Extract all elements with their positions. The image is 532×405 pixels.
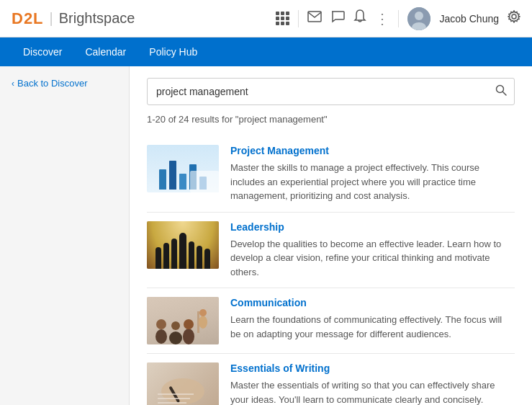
back-to-discover-link[interactable]: ‹ Back to Discover — [12, 78, 117, 89]
svg-point-9 — [169, 331, 182, 344]
bell-icon[interactable] — [353, 9, 366, 27]
thumbnail-communication — [147, 297, 219, 344]
logo-d2l: D2L — [12, 9, 44, 28]
results-count: 1-20 of 24 results for "project manageme… — [147, 114, 515, 125]
logo-brightspace: Brightspace — [59, 10, 135, 27]
header-right: ⋮ Jacob Chung — [276, 7, 520, 30]
result-title-communication[interactable]: Communication — [230, 297, 515, 308]
svg-point-4 — [512, 14, 516, 19]
result-desc-communication: Learn the foundations of communicating e… — [230, 313, 515, 341]
thumbnail-project-management — [147, 145, 219, 192]
svg-point-16 — [161, 378, 204, 404]
sidebar: ‹ Back to Discover — [0, 66, 130, 405]
result-text-writing: Essentials of Writing Master the essenti… — [230, 362, 515, 405]
back-to-discover-label: Back to Discover — [17, 78, 88, 89]
svg-point-12 — [184, 319, 194, 329]
result-item: Essentials of Writing Master the essenti… — [147, 354, 515, 405]
content: 1-20 of 24 results for "project manageme… — [130, 66, 532, 405]
header: D2L | Brightspace — [0, 0, 532, 37]
svg-point-14 — [199, 316, 207, 329]
thumbnail-leadership — [147, 221, 219, 269]
username: Jacob Chung — [439, 13, 499, 25]
search-icon — [495, 84, 507, 96]
svg-point-15 — [199, 309, 207, 316]
nav-calendar[interactable]: Calendar — [73, 37, 137, 66]
mail-icon[interactable] — [307, 11, 322, 26]
result-text-communication: Communication Learn the foundations of c… — [230, 297, 515, 341]
svg-point-7 — [155, 329, 167, 344]
result-title-writing[interactable]: Essentials of Writing — [230, 362, 515, 374]
header-divider — [298, 10, 299, 27]
results-query: "project management" — [235, 114, 328, 125]
search-button[interactable] — [488, 79, 514, 104]
result-desc-leadership: Develop the qualities to become an effec… — [230, 237, 515, 280]
search-bar — [147, 78, 515, 105]
svg-point-10 — [171, 321, 180, 330]
result-item: Communication Learn the foundations of c… — [147, 288, 515, 354]
result-item: Project Management Master the skills to … — [147, 136, 515, 213]
settings-icon[interactable] — [508, 10, 520, 27]
result-title-leadership[interactable]: Leadership — [230, 221, 515, 233]
result-item: Leadership Develop the qualities to beco… — [147, 213, 515, 289]
result-text-leadership: Leadership Develop the qualities to beco… — [230, 221, 515, 280]
svg-point-11 — [183, 329, 194, 344]
chat-icon[interactable] — [330, 10, 345, 27]
header-divider-2 — [398, 10, 399, 27]
navbar: Discover Calendar Policy Hub — [0, 37, 532, 66]
results-summary-start: 1-20 of 24 results for — [147, 114, 235, 125]
result-title-project-management[interactable]: Project Management — [230, 145, 515, 156]
search-input[interactable] — [148, 80, 488, 103]
thumbnail-writing — [147, 362, 219, 405]
nav-policy-hub[interactable]: Policy Hub — [137, 37, 209, 66]
svg-point-2 — [415, 12, 423, 20]
back-arrow-icon: ‹ — [12, 79, 14, 89]
result-desc-project-management: Master the skills to manage a project ef… — [230, 161, 515, 203]
svg-line-6 — [503, 92, 507, 96]
main-layout: ‹ Back to Discover 1-20 of 24 results fo… — [0, 66, 532, 405]
nav-discover[interactable]: Discover — [12, 37, 73, 66]
grid-icon[interactable] — [276, 12, 289, 25]
more-icon[interactable]: ⋮ — [375, 10, 389, 27]
svg-point-8 — [156, 319, 166, 329]
svg-rect-0 — [308, 12, 321, 22]
result-text-project-management: Project Management Master the skills to … — [230, 145, 515, 203]
logo-separator: | — [50, 10, 53, 27]
avatar[interactable] — [407, 7, 430, 30]
result-desc-writing: Master the essentials of writing so that… — [230, 378, 515, 405]
